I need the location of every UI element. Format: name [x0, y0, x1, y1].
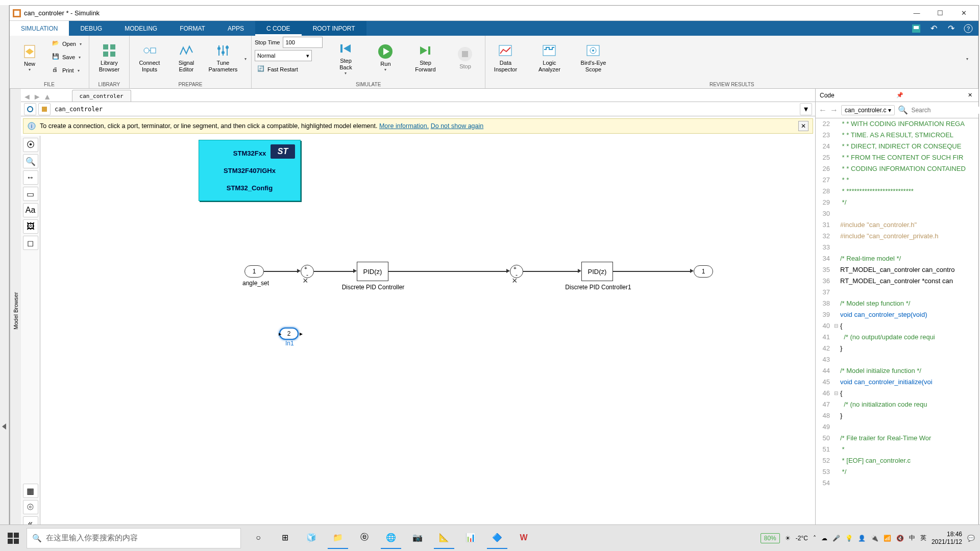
- fit-tool-icon[interactable]: 🔍: [23, 154, 38, 168]
- stm32-line1: STM32Fxx: [233, 149, 266, 157]
- tab-root-inport[interactable]: ROOT INPORT: [302, 21, 366, 36]
- tab-debug[interactable]: DEBUG: [69, 21, 113, 36]
- hide-tool-icon[interactable]: ⦿: [23, 138, 38, 152]
- model-tab[interactable]: can_controler: [72, 90, 131, 102]
- run-button[interactable]: Run▾: [369, 37, 402, 79]
- toggle-tool-icon[interactable]: ▦: [23, 484, 38, 498]
- tab-simulation[interactable]: SIMULATION: [10, 21, 69, 36]
- image-tool-icon[interactable]: 🖼: [23, 219, 38, 234]
- nav-fwd-icon[interactable]: ►: [33, 92, 41, 102]
- app-3d-icon[interactable]: 🧊: [301, 528, 322, 549]
- banner-close-button[interactable]: ✕: [798, 121, 808, 131]
- power-icon[interactable]: 🔌: [871, 535, 878, 542]
- sim-mode-select[interactable]: Normal▾: [255, 50, 312, 61]
- volume-icon[interactable]: 🔇: [896, 535, 904, 542]
- ime-1[interactable]: 中: [909, 534, 915, 542]
- inport-angle-set[interactable]: 1: [244, 265, 264, 278]
- code-file-select[interactable]: can_controler.c▾: [841, 105, 895, 115]
- camera-icon[interactable]: 📷: [407, 528, 428, 549]
- logic-analyzer-button[interactable]: Logic Analyzer: [532, 37, 566, 79]
- outport-1[interactable]: 1: [694, 265, 713, 278]
- model-browser-tab[interactable]: Model Browser: [10, 89, 21, 533]
- print-button[interactable]: 🖨Print▾: [50, 64, 86, 77]
- breadcrumb[interactable]: can_controler: [53, 106, 798, 113]
- save-button[interactable]: 💾Save▾: [50, 51, 86, 63]
- matlab-icon[interactable]: 📐: [434, 528, 454, 549]
- code-search-input[interactable]: [911, 107, 980, 114]
- battery-badge[interactable]: 80%: [761, 533, 780, 543]
- cortana-icon[interactable]: ○: [248, 528, 268, 549]
- redo-icon[interactable]: ↷: [945, 22, 957, 35]
- stm32-config-block[interactable]: STM32Fxx STM32F407IGHx STM32_Config ST: [199, 140, 301, 201]
- connect-inputs-button[interactable]: Connect Inputs: [133, 37, 166, 79]
- tab-apps[interactable]: APPS: [216, 21, 255, 36]
- tab-modeling[interactable]: MODELING: [113, 21, 168, 36]
- stop-button[interactable]: Stop: [448, 37, 482, 79]
- breadcrumb-dropdown[interactable]: ▾: [800, 103, 812, 115]
- more-info-link[interactable]: More information.: [379, 122, 429, 130]
- inport-in1[interactable]: ▸ 2 ▸: [279, 328, 299, 340]
- code-fwd-icon[interactable]: →: [830, 105, 838, 116]
- clock[interactable]: 18:46 2021/11/12: [932, 531, 962, 546]
- new-button[interactable]: New ▾: [13, 37, 46, 79]
- circle-tool-icon[interactable]: [24, 103, 36, 115]
- maximize-button[interactable]: ☐: [928, 6, 952, 21]
- nav-up-icon[interactable]: ▲: [43, 92, 52, 102]
- tray-expand-icon[interactable]: ˄: [813, 535, 816, 542]
- step-back-button[interactable]: Step Back▾: [329, 37, 362, 79]
- wifi-icon[interactable]: 📶: [884, 535, 891, 542]
- edge-icon[interactable]: 🌐: [381, 528, 401, 549]
- step-forward-button[interactable]: Step Forward: [408, 37, 442, 79]
- help-icon[interactable]: ?: [962, 22, 974, 35]
- open-button[interactable]: 📂Open▾: [50, 38, 86, 50]
- excel-icon[interactable]: 📊: [460, 528, 481, 549]
- tab-c-code[interactable]: C CODE: [255, 21, 302, 36]
- signal-editor-button[interactable]: Signal Editor: [169, 37, 203, 79]
- code-panel-title: Code: [820, 92, 835, 99]
- weather-icon[interactable]: ☀: [785, 535, 791, 542]
- data-inspector-button[interactable]: Data Inspector: [488, 37, 522, 79]
- pin-icon[interactable]: 📌: [895, 91, 904, 100]
- prepare-more[interactable]: ▾: [243, 57, 248, 61]
- minimize-button[interactable]: —: [905, 6, 928, 21]
- area-tool-icon[interactable]: ◻: [23, 236, 38, 250]
- code-body[interactable]: 2223242526272829303132333435363738394041…: [816, 118, 978, 533]
- tray-app-2-icon[interactable]: 💡: [845, 535, 853, 542]
- tune-params-button[interactable]: Tune Parameters: [206, 37, 240, 79]
- tray-app-3-icon[interactable]: 👤: [858, 535, 866, 542]
- model-icon[interactable]: [38, 103, 51, 115]
- model-canvas[interactable]: STM32Fxx STM32F407IGHx STM32_Config ST 1…: [40, 136, 815, 533]
- ime-2[interactable]: 英: [920, 534, 926, 542]
- notifications-icon[interactable]: 💬: [967, 535, 975, 542]
- onedrive-icon[interactable]: ☁: [821, 535, 827, 542]
- app-blue-icon[interactable]: 🔷: [487, 528, 507, 549]
- fast-restart-button[interactable]: 🔄Fast Restart: [255, 63, 323, 76]
- save-quick-icon[interactable]: [910, 22, 922, 35]
- rect-tool-icon[interactable]: ▭: [23, 187, 38, 201]
- nav-back-icon[interactable]: ◄: [23, 92, 31, 102]
- pid-block-1[interactable]: PID(z): [357, 262, 388, 281]
- tab-format[interactable]: FORMAT: [168, 21, 216, 36]
- explorer-icon[interactable]: 📁: [328, 528, 348, 549]
- undo-icon[interactable]: ↶: [927, 22, 940, 35]
- close-code-icon[interactable]: ✕: [965, 91, 974, 100]
- close-button[interactable]: ✕: [952, 6, 975, 21]
- birds-eye-button[interactable]: Bird's-Eye Scope: [576, 37, 610, 79]
- search-icon[interactable]: 🔍: [898, 105, 908, 115]
- dismiss-link[interactable]: Do not show again: [431, 122, 484, 130]
- annotation-tool-icon[interactable]: Aa: [23, 203, 38, 217]
- taskview-icon[interactable]: ⊞: [275, 528, 295, 549]
- tray-app-1-icon[interactable]: 🎤: [832, 535, 840, 542]
- ie-icon[interactable]: ⓔ: [354, 528, 375, 549]
- arrow-tool-icon[interactable]: ↔: [23, 170, 38, 185]
- taskbar-search[interactable]: 🔍 在这里输入你要搜索的内容: [27, 528, 241, 548]
- stop-time-input[interactable]: [283, 37, 323, 48]
- record-tool-icon[interactable]: ⦾: [23, 500, 38, 514]
- library-browser-button[interactable]: Library Browser: [92, 37, 126, 79]
- temperature[interactable]: -2°C: [796, 535, 808, 542]
- code-back-icon[interactable]: ←: [819, 105, 827, 116]
- wps-icon[interactable]: W: [513, 528, 534, 549]
- review-more[interactable]: ▾: [965, 57, 970, 61]
- pid-block-2[interactable]: PID(z): [581, 262, 613, 281]
- start-button[interactable]: [0, 525, 27, 552]
